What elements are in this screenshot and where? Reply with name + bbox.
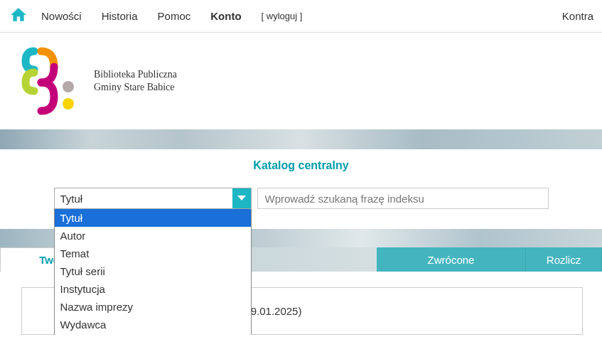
home-icon[interactable] — [9, 6, 28, 26]
dropdown-option-instytucja[interactable]: Instytucja — [55, 280, 251, 298]
search-index-selected: Tytuł — [60, 193, 83, 205]
dropdown-option-nazwa-imprezy[interactable]: Nazwa imprezy — [55, 298, 251, 316]
tab-zwrocone[interactable]: Zwrócone — [377, 247, 526, 272]
dropdown-option-tytul-serii[interactable]: Tytuł serii — [55, 262, 251, 280]
logo-line2: Gminy Stare Babice — [94, 81, 177, 94]
search-input[interactable] — [257, 188, 549, 209]
tab-rozliczenia[interactable]: Rozlicz — [526, 247, 602, 272]
logo-text: Biblioteka Publiczna Gminy Stare Babice — [94, 68, 177, 94]
decorative-band — [0, 129, 602, 149]
nav-historia[interactable]: Historia — [102, 10, 138, 22]
validity-date-text: e do 09.01.2025) — [221, 305, 568, 317]
catalog-title: Katalog centralny — [253, 159, 348, 171]
kontrast-link[interactable]: Kontra — [562, 10, 593, 22]
logo-area: Biblioteka Publiczna Gminy Stare Babice — [0, 33, 602, 129]
nav-pomoc[interactable]: Pomoc — [158, 10, 191, 22]
nav-nowosci[interactable]: Nowości — [41, 10, 82, 22]
dropdown-option-autor[interactable]: Autor — [55, 227, 251, 245]
search-index-dropdown: Tytuł Autor Temat Tytuł serii Instytucja… — [54, 209, 252, 335]
dropdown-option-isbn[interactable]: ISBN — [55, 333, 251, 335]
logout-link[interactable]: [ wyloguj ] — [262, 11, 303, 21]
nav-konto[interactable]: Konto — [210, 10, 241, 22]
svg-point-0 — [63, 81, 74, 92]
dropdown-option-temat[interactable]: Temat — [55, 245, 251, 262]
svg-point-1 — [63, 98, 74, 109]
dropdown-option-wydawca[interactable]: Wydawca — [55, 316, 251, 333]
dropdown-arrow-icon[interactable] — [232, 188, 251, 208]
dropdown-option-tytul[interactable]: Tytuł — [55, 209, 251, 227]
search-index-select[interactable]: Tytuł — [54, 188, 252, 209]
logo-line1: Biblioteka Publiczna — [94, 68, 177, 81]
library-logo-icon — [13, 46, 91, 117]
